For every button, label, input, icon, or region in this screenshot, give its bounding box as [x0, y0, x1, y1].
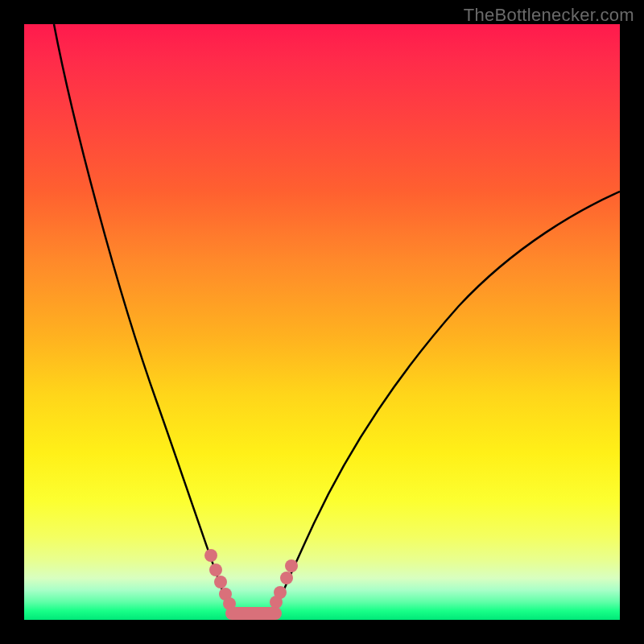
marker-dot	[280, 572, 293, 584]
curves-svg	[24, 24, 620, 620]
right-curve	[272, 192, 620, 617]
marker-dot	[214, 576, 227, 588]
floor-segment	[225, 607, 282, 620]
plot-area	[24, 24, 620, 620]
marker-dot	[274, 586, 287, 599]
marker-dot	[285, 559, 298, 572]
left-curve	[54, 24, 233, 617]
chart-frame: TheBottlenecker.com	[0, 0, 644, 644]
marker-dot	[204, 549, 217, 562]
watermark-label: TheBottlenecker.com	[464, 5, 634, 26]
marker-dot	[209, 564, 222, 576]
